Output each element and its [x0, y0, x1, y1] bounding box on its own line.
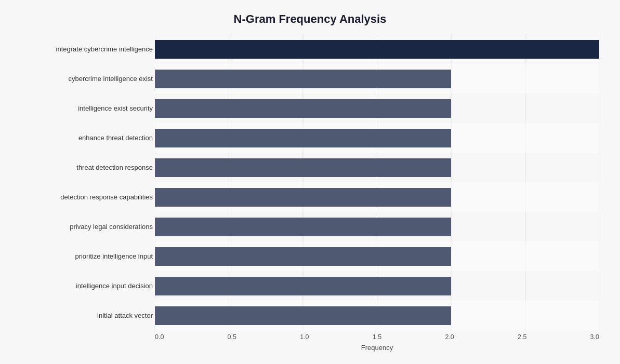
x-tick: 1.0	[300, 333, 309, 341]
y-label: intelligence input decision	[21, 271, 153, 301]
chart-container: N-Gram Frequency Analysis integrate cybe…	[0, 0, 620, 364]
x-tick: 2.5	[518, 333, 526, 341]
bar	[155, 99, 451, 118]
bar-row	[155, 153, 599, 182]
bars-section: integrate cybercrime intelligencecybercr…	[21, 34, 599, 330]
bar-row	[155, 241, 599, 271]
y-labels: integrate cybercrime intelligencecybercr…	[21, 34, 155, 330]
y-label: detection response capabilities	[21, 182, 153, 212]
x-axis-label: Frequency	[155, 344, 599, 352]
bar	[155, 70, 451, 88]
bar-row	[155, 182, 599, 212]
bars-and-grid	[155, 34, 599, 330]
x-tick: 0.5	[228, 333, 236, 341]
bar	[155, 247, 451, 266]
y-label: prioritize intelligence input	[21, 241, 153, 271]
x-tick: 0.0	[155, 333, 164, 341]
y-label: initial attack vector	[21, 301, 153, 330]
bar-row	[155, 212, 599, 241]
bar	[155, 218, 451, 236]
bar-row	[155, 123, 599, 153]
bar	[155, 277, 451, 295]
bar-row	[155, 93, 599, 123]
y-label: intelligence exist security	[21, 93, 153, 123]
chart-area: integrate cybercrime intelligencecybercr…	[21, 34, 599, 356]
bar-row	[155, 301, 599, 330]
bar	[155, 40, 599, 59]
y-label: integrate cybercrime intelligence	[21, 34, 153, 64]
x-tick: 1.5	[373, 333, 381, 341]
y-label: privacy legal considerations	[21, 212, 153, 241]
y-label: cybercrime intelligence exist	[21, 64, 153, 93]
bar	[155, 306, 451, 325]
x-ticks: 0.00.51.01.52.02.53.0	[155, 330, 599, 341]
bar-row	[155, 64, 599, 93]
bar-row	[155, 34, 599, 64]
bar	[155, 188, 451, 207]
bar-row	[155, 271, 599, 301]
x-tick: 2.0	[445, 333, 454, 341]
bar	[155, 158, 451, 177]
x-axis-section: 0.00.51.01.52.02.53.0 Frequency	[155, 330, 599, 356]
x-tick: 3.0	[590, 333, 599, 341]
y-label: threat detection response	[21, 153, 153, 182]
chart-title: N-Gram Frequency Analysis	[21, 12, 599, 26]
y-label: enhance threat detection	[21, 123, 153, 153]
bar	[155, 129, 451, 147]
